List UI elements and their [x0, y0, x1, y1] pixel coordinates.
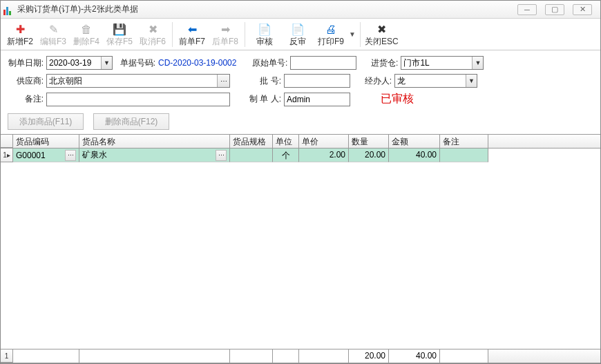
check-doc-icon: 📄 [258, 23, 271, 37]
audited-stamp: 已审核 [381, 92, 414, 106]
cell-unit[interactable]: 个 [273, 149, 299, 162]
grid-footer: 1 20.00 40.00 [1, 349, 600, 363]
docnum-label: 单据号码: [115, 57, 155, 69]
separator [360, 22, 361, 47]
app-icon [3, 4, 15, 15]
button-panel: 添加商品(F11) 删除商品(F12) [1, 111, 600, 134]
titlebar: 采购订货单(订单)-共2张此类单据 ─ ▢ ✕ [1, 1, 600, 19]
trash-icon: 🗑 [79, 23, 93, 37]
maker-input[interactable] [284, 93, 350, 106]
row-indicator-header [1, 135, 13, 148]
grid: 货品编码 货品名称 货品规格 单位 单价 数量 金额 备注 1▸ G00001 … [1, 134, 600, 363]
uncheck-doc-icon: 📄 [291, 23, 305, 37]
arrow-left-icon: ⬅ [185, 23, 199, 37]
delete-button[interactable]: 🗑 删除F4 [70, 20, 103, 49]
supplier-label: 供应商: [8, 75, 44, 87]
delete-item-button[interactable]: 删除商品(F12) [93, 113, 169, 130]
col-qty[interactable]: 数量 [349, 135, 389, 148]
minimize-button[interactable]: ─ [517, 4, 537, 15]
remark-label: 备注: [8, 93, 44, 105]
warehouse-select[interactable]: 门市1L ▼ [401, 56, 484, 70]
remark-input[interactable] [46, 93, 230, 106]
maker-label: 制 单 人: [240, 93, 281, 105]
batch-input[interactable] [284, 74, 350, 88]
cancel-button[interactable]: ✖ 取消F6 [136, 20, 169, 49]
cell-remark[interactable] [440, 149, 488, 162]
origdoc-input[interactable] [290, 56, 356, 70]
separator [245, 22, 245, 47]
separator [172, 22, 173, 47]
footer-amount: 40.00 [389, 349, 440, 363]
arrow-right-icon: ➡ [218, 23, 232, 37]
table-row[interactable]: 1▸ G00001 ⋯ 矿泉水 ⋯ 个 2.00 20.00 40.00 [1, 149, 600, 162]
grid-body: 1▸ G00001 ⋯ 矿泉水 ⋯ 个 2.00 20.00 40.00 [1, 149, 600, 349]
add-item-button[interactable]: 添加商品(F11) [8, 113, 84, 130]
close-button[interactable]: ✕ [573, 4, 592, 15]
save-button[interactable]: 💾 保存F5 [103, 20, 136, 49]
warehouse-label: 进货仓: [366, 57, 398, 69]
cell-qty[interactable]: 20.00 [349, 149, 389, 162]
col-unit[interactable]: 单位 [273, 135, 299, 148]
origdoc-label: 原始单号: [246, 57, 287, 69]
col-remark[interactable]: 备注 [440, 135, 488, 148]
cell-price[interactable]: 2.00 [299, 149, 349, 162]
next-button[interactable]: ➡ 后单F8 [209, 20, 242, 49]
col-name[interactable]: 货品名称 [79, 135, 230, 148]
footer-indicator: 1 [1, 349, 13, 363]
row-indicator: 1▸ [1, 149, 13, 162]
cell-amount[interactable]: 40.00 [389, 149, 440, 162]
footer-cell [13, 349, 79, 363]
maximize-button[interactable]: ▢ [545, 4, 564, 15]
footer-cell [299, 349, 349, 363]
pencil-icon: ✎ [46, 23, 60, 37]
cell-code[interactable]: G00001 ⋯ [13, 149, 79, 162]
footer-cell [273, 349, 299, 363]
col-amount[interactable]: 金额 [389, 135, 440, 148]
app-window: 采购订货单(订单)-共2张此类单据 ─ ▢ ✕ ✚ 新增F2 ✎ 编辑F3 🗑 … [0, 0, 601, 364]
supplier-lookup[interactable]: 北京朝阳 ⋯ [46, 74, 230, 88]
save-icon: 💾 [113, 23, 126, 37]
cell-name[interactable]: 矿泉水 ⋯ [79, 149, 230, 162]
grid-header: 货品编码 货品名称 货品规格 单位 单价 数量 金额 备注 [1, 135, 600, 149]
footer-qty: 20.00 [349, 349, 389, 363]
date-label: 制单日期: [8, 57, 44, 69]
batch-label: 批 号: [240, 75, 281, 87]
docnum-value: CD-2020-03-19-0002 [158, 58, 236, 68]
col-code[interactable]: 货品编码 [13, 135, 79, 148]
window-title: 采购订货单(订单)-共2张此类单据 [17, 3, 517, 15]
ellipsis-icon[interactable]: ⋯ [65, 150, 76, 161]
chevron-down-icon: ▼ [101, 57, 112, 69]
edit-button[interactable]: ✎ 编辑F3 [37, 20, 70, 49]
ellipsis-icon[interactable]: ⋯ [216, 150, 227, 161]
handler-select[interactable]: 龙 ▼ [394, 74, 477, 88]
chevron-down-icon: ▼ [472, 57, 483, 69]
print-icon: 🖨 [324, 23, 338, 37]
col-spec[interactable]: 货品规格 [230, 135, 273, 148]
cell-spec[interactable] [230, 149, 273, 162]
chevron-down-icon: ▼ [466, 75, 477, 87]
toolbar: ✚ 新增F2 ✎ 编辑F3 🗑 删除F4 💾 保存F5 ✖ 取消F6 ⬅ 前单F… [1, 19, 600, 50]
footer-cell [79, 349, 230, 363]
close-icon: ✖ [374, 23, 388, 37]
footer-cell [440, 349, 488, 363]
new-button[interactable]: ✚ 新增F2 [3, 20, 37, 49]
date-field[interactable]: 2020-03-19 ▼ [46, 56, 113, 70]
prev-button[interactable]: ⬅ 前单F7 [175, 20, 209, 49]
unaudit-button[interactable]: 📄 反审 [281, 20, 314, 49]
handler-label: 经办人: [360, 75, 392, 87]
ellipsis-icon: ⋯ [217, 75, 229, 87]
window-controls: ─ ▢ ✕ [517, 4, 598, 15]
col-price[interactable]: 单价 [299, 135, 349, 148]
print-dropdown[interactable]: ▼ [347, 20, 357, 49]
close-esc-button[interactable]: ✖ 关闭ESC [363, 20, 400, 49]
cancel-icon: ✖ [146, 23, 160, 37]
audit-button[interactable]: 📄 审核 [248, 20, 281, 49]
print-button[interactable]: 🖨 打印F9 [314, 20, 347, 49]
footer-cell [230, 349, 273, 363]
form-area: 制单日期: 2020-03-19 ▼ 单据号码: CD-2020-03-19-0… [1, 50, 600, 111]
plus-icon: ✚ [13, 23, 27, 37]
